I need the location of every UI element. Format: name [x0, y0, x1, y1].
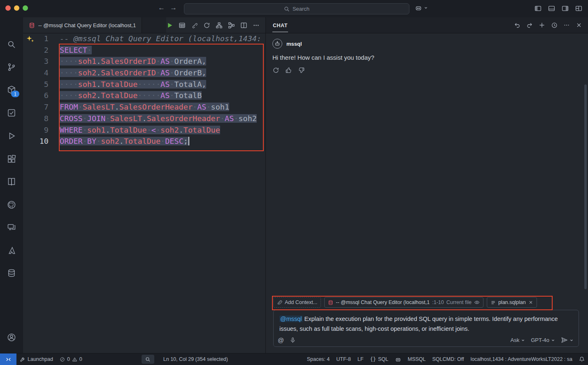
code-line[interactable]: 3····soh1.SalesOrderID·AS·OrderA, [23, 56, 265, 67]
indentation-status[interactable]: Spaces: 4 [304, 353, 333, 365]
line-number[interactable]: 8 [23, 113, 49, 124]
line-number[interactable]: 9 [23, 124, 49, 136]
line-content[interactable]: ····soh2.SalesOrderID·AS·OrderB, [49, 67, 206, 79]
eol-status[interactable]: LF [354, 353, 367, 365]
new-chat-icon[interactable] [539, 22, 545, 28]
mode-picker[interactable]: Ask [511, 337, 525, 343]
chat-panel-title[interactable]: CHAT [272, 19, 288, 32]
line-content[interactable]: WHERE·soh1.TotalDue·<·soh2.TotalDue [49, 124, 220, 136]
line-content[interactable]: ORDER·BY·soh2.TotalDue·DESC; [49, 136, 189, 147]
model-picker[interactable]: GPT-4o [531, 337, 555, 343]
close-window-button[interactable] [5, 5, 11, 11]
code-line[interactable]: 6····soh2.TotalDue·····AS·TotalB [23, 90, 265, 101]
line-number[interactable]: 10 [23, 136, 49, 147]
line-content[interactable]: ····soh1.SalesOrderID·AS·OrderA, [49, 56, 206, 67]
sidebar-item-database-projects[interactable] [7, 268, 16, 278]
sqlcmd-status[interactable]: SQLCMD: Off [429, 353, 467, 365]
sidebar-item-search[interactable] [7, 40, 16, 49]
add-context-button[interactable]: Add Context... [273, 297, 321, 308]
navigate-back-icon[interactable]: ← [158, 4, 165, 12]
toggle-panel-icon[interactable] [548, 5, 555, 12]
minimize-window-button[interactable] [14, 5, 19, 11]
thumbs-up-icon[interactable] [285, 67, 292, 74]
encoding-status[interactable]: UTF-8 [333, 353, 354, 365]
copilot-status[interactable] [392, 353, 404, 365]
line-number[interactable]: 4 [23, 67, 49, 79]
line-content[interactable]: CROSS·JOIN·SalesLT.SalesOrderHeader·AS·s… [49, 113, 257, 124]
command-center-search[interactable]: Search [184, 3, 409, 14]
code-line[interactable]: 10ORDER·BY·soh2.TotalDue·DESC; [23, 136, 265, 147]
mention-icon[interactable]: @ [278, 337, 284, 344]
code-line[interactable]: 1-- @mssql Chat Query Editor (localhost,… [23, 33, 265, 44]
problems-status[interactable]: 0 0 [56, 353, 86, 365]
code-line[interactable]: 9WHERE·soh1.TotalDue·<·soh2.TotalDue [23, 124, 265, 136]
toggle-primary-sidebar-icon[interactable] [535, 5, 542, 12]
sidebar-item-docs[interactable] [7, 177, 16, 187]
query-plan-icon[interactable] [216, 22, 223, 29]
close-panel-icon[interactable] [576, 22, 582, 28]
more-actions-icon[interactable] [253, 22, 260, 29]
language-status[interactable]: {} SQL [367, 353, 391, 365]
more-actions-icon[interactable] [563, 22, 570, 28]
sidebar-item-remote-explorer[interactable] [7, 222, 16, 232]
search-status[interactable] [142, 355, 154, 364]
sidebar-item-extensions[interactable] [7, 154, 16, 164]
sidebar-item-github[interactable] [7, 200, 16, 210]
code-line[interactable]: 5····soh1.TotalDue·····AS·TotalA, [23, 79, 265, 90]
mssql-status[interactable]: MSSQL [404, 353, 429, 365]
customize-layout-icon[interactable] [575, 5, 582, 12]
remove-context-icon[interactable] [528, 300, 533, 305]
connection-status[interactable]: localhost,1434 : AdventureWorksLT2022 : … [467, 353, 576, 365]
sidebar-item-tasks[interactable] [7, 108, 16, 118]
thumbs-down-icon[interactable] [298, 67, 305, 74]
chat-input-text[interactable]: @mssql Explain the execution plan for th… [274, 310, 579, 334]
tab-mssql-chat-query-editor[interactable]: -- @mssql Chat Query Editor (localhost,1 [23, 17, 142, 33]
copilot-menu[interactable] [415, 4, 428, 12]
chat-history-icon[interactable] [551, 22, 558, 28]
remote-indicator[interactable] [0, 353, 16, 365]
code-editor[interactable]: 1-- @mssql Chat Query Editor (localhost,… [23, 33, 265, 353]
launchpad-status[interactable]: Launchpad [16, 353, 56, 365]
code-line[interactable]: 4····soh2.SalesOrderID·AS·OrderB, [23, 67, 265, 79]
results-grid-icon[interactable] [179, 22, 186, 29]
chat-input-box[interactable]: @mssql Explain the execution plan for th… [273, 310, 579, 347]
run-query-icon[interactable] [166, 22, 173, 29]
sidebar-item-account[interactable] [7, 332, 16, 342]
connection-icon[interactable] [191, 22, 198, 29]
sidebar-item-source-control[interactable] [7, 62, 16, 72]
code-line[interactable]: 2SELECT· [23, 44, 265, 56]
notifications-status[interactable] [576, 353, 588, 365]
split-editor-icon[interactable] [240, 22, 247, 29]
code-line[interactable]: 7FROM·SalesLT.SalesOrderHeader·AS·soh1 [23, 101, 265, 113]
sidebar-item-run-debug[interactable] [7, 131, 16, 141]
line-content[interactable]: -- @mssql Chat Query Editor (localhost,1… [49, 33, 261, 44]
line-content[interactable]: SELECT· [49, 44, 92, 56]
refresh-connection-icon[interactable] [203, 22, 210, 29]
sidebar-item-azure[interactable] [7, 246, 16, 255]
zoom-window-button[interactable] [23, 5, 28, 11]
line-content[interactable]: ····soh2.TotalDue·····AS·TotalB [49, 90, 202, 101]
cursor-position-status[interactable]: Ln 10, Col 29 (354 selected) [160, 353, 231, 365]
context-chip-current-file[interactable]: -- @mssql Chat Query Editor (localhost,1… [324, 297, 483, 308]
undo-request-icon[interactable] [514, 22, 521, 28]
sidebar-item-packages[interactable]: 1 [7, 85, 16, 95]
line-number[interactable]: 3 [23, 56, 49, 67]
line-number[interactable]: 6 [23, 90, 49, 101]
line-content[interactable]: ····soh1.TotalDue·····AS·TotalA, [49, 79, 206, 90]
line-number[interactable]: 7 [23, 101, 49, 113]
line-number[interactable]: 5 [23, 79, 49, 90]
line-number[interactable]: 2 [23, 44, 49, 56]
eye-icon[interactable] [474, 299, 480, 305]
line-content[interactable]: FROM·SalesLT.SalesOrderHeader·AS·soh1 [49, 101, 229, 113]
toggle-secondary-sidebar-icon[interactable] [562, 5, 569, 12]
microphone-icon[interactable] [290, 337, 296, 343]
redo-request-icon[interactable] [526, 22, 533, 28]
context-chip-plan-file[interactable]: plan.sqlplan [487, 297, 537, 308]
mssql-mention[interactable]: @mssql [279, 316, 303, 322]
code-line[interactable]: 8CROSS·JOIN·SalesLT.SalesOrderHeader·AS·… [23, 113, 265, 124]
copilot-sparkle-icon[interactable] [26, 34, 35, 43]
send-button[interactable] [561, 337, 574, 344]
schema-designer-icon[interactable] [228, 22, 235, 29]
chat-scrollbar[interactable] [584, 84, 587, 289]
regenerate-icon[interactable] [272, 67, 279, 74]
